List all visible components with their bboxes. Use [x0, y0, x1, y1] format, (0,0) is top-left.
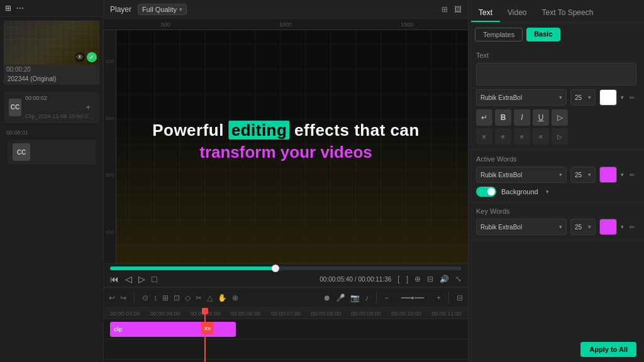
- background-caret[interactable]: ▾: [546, 189, 549, 195]
- background-toggle-switch[interactable]: [476, 187, 496, 197]
- crop-icon[interactable]: ⊟: [427, 275, 433, 283]
- color-picker-keywords[interactable]: [599, 219, 617, 235]
- play-back-button[interactable]: ◁: [125, 274, 132, 284]
- link-icon[interactable]: ⊞: [162, 293, 169, 302]
- tab-text[interactable]: Text: [471, 4, 500, 22]
- timeline-playhead[interactable]: [204, 308, 206, 362]
- format-align-left-icon[interactable]: ↵: [476, 109, 492, 126]
- quality-select[interactable]: Full Quality ▾: [138, 4, 187, 15]
- underline-button[interactable]: U: [533, 109, 549, 126]
- fullscreen-icon[interactable]: ⤡: [455, 275, 462, 283]
- progress-handle[interactable]: [272, 265, 279, 272]
- align-right-btn[interactable]: ≡: [514, 128, 530, 145]
- record-icon[interactable]: ⏺: [323, 293, 331, 302]
- bracket-right-icon[interactable]: ]: [406, 275, 408, 283]
- time-label-6: 00:00:09:00: [352, 310, 382, 317]
- clip-timestamp: 00:00:02: [25, 95, 94, 101]
- text-section: Text Rubik ExtraBol ▾ 25 ▾ ▾ ✏ ↵ B I U: [469, 47, 644, 150]
- edit-text-icon[interactable]: ✏: [628, 93, 636, 102]
- overlay-line2: transform your videos: [140, 143, 431, 162]
- color-icon[interactable]: ◇: [185, 293, 191, 302]
- layout-icon[interactable]: ⊟: [457, 293, 463, 302]
- canvas-side-ruler: 100200300400: [104, 30, 116, 263]
- camera-icon[interactable]: 📷: [350, 293, 360, 302]
- clock-icon[interactable]: ⊙: [142, 293, 148, 302]
- image-icon[interactable]: 🖼: [454, 5, 462, 14]
- more-icon[interactable]: ⋯: [16, 4, 24, 13]
- text-section-label: Text: [476, 52, 636, 59]
- font-select-text[interactable]: Rubik ExtraBol ▾: [476, 89, 567, 106]
- voice-icon[interactable]: 🎤: [336, 293, 345, 302]
- color-caret-text[interactable]: ▾: [621, 94, 624, 101]
- color-caret-keywords[interactable]: ▾: [621, 224, 624, 230]
- tab-video[interactable]: Video: [500, 4, 534, 22]
- trim-icon[interactable]: △: [207, 293, 213, 302]
- track-clip-main[interactable]: clip: [110, 322, 236, 337]
- bracket-left-icon[interactable]: [: [397, 275, 399, 283]
- italic-button[interactable]: I: [514, 109, 530, 126]
- hand-icon[interactable]: ✋: [218, 293, 227, 302]
- timeline-track-1: clip: [104, 319, 468, 339]
- edit-keywords-icon[interactable]: ✏: [628, 222, 636, 231]
- size-select-keywords[interactable]: 25 ▾: [570, 219, 596, 235]
- overlay-line1: Powerful editing effects that can: [140, 121, 431, 140]
- ruler-mark-1000: 1000: [279, 21, 292, 28]
- apply-to-all-button[interactable]: Apply to All: [580, 342, 636, 357]
- music-icon[interactable]: ♪: [365, 293, 369, 302]
- zoom-slider[interactable]: ━━━●━━━: [394, 295, 431, 301]
- zoom-in-btn[interactable]: +: [436, 293, 441, 302]
- zoom-in-icon[interactable]: ⊕: [232, 293, 238, 302]
- skip-back-button[interactable]: ⏮: [110, 274, 119, 284]
- subtab-templates[interactable]: Templates: [475, 28, 523, 41]
- keywords-section: Key Words Rubik ExtraBol ▾ 25 ▾ ▾ ✏: [469, 202, 644, 241]
- align-justify-btn[interactable]: ≡: [533, 128, 549, 145]
- magnet-icon[interactable]: ↕: [153, 293, 157, 302]
- timeline-toolbar: ↩ ↪ ⊙ ↕ ⊞ ⊡ ◇ ✂ △ ✋ ⊕ ⏺ 🎤 📷 ♪ −: [104, 288, 468, 308]
- progress-bar[interactable]: [110, 266, 462, 270]
- add-clip-icon[interactable]: ✂: [196, 293, 202, 302]
- video-text-overlay: Powerful editing effects that can transf…: [140, 121, 431, 162]
- eye-icon[interactable]: 👁: [75, 52, 85, 62]
- font-select-active[interactable]: Rubik ExtraBol ▾: [476, 167, 567, 183]
- split-icon[interactable]: ⊕: [414, 275, 421, 283]
- clip-item-small[interactable]: CC: [8, 140, 96, 165]
- bold-button[interactable]: B: [495, 109, 511, 126]
- time-label-7: 00:00:10:00: [391, 310, 421, 317]
- media-timestamp: 00:00:20: [4, 65, 99, 74]
- right-panel-tabs: Text Video Text To Speech: [469, 0, 644, 23]
- cursor-button[interactable]: ▷: [552, 109, 568, 126]
- app-container: ⊞ ⋯ 👁 ✓ 00:00:20 202344 (Original) CC 00…: [0, 0, 644, 362]
- clip-item[interactable]: CC 00:00:02 + Clip_2024-11-08 10-50-29_0…: [4, 91, 99, 123]
- zoom-out-btn[interactable]: −: [384, 293, 389, 302]
- subtab-basic[interactable]: Basic: [526, 28, 560, 41]
- color-picker-active[interactable]: [599, 167, 617, 183]
- progress-fill: [110, 266, 275, 270]
- play-button[interactable]: ▷: [138, 274, 145, 284]
- edit-active-icon[interactable]: ✏: [628, 170, 636, 179]
- timeline-tracks-area: clip: [104, 319, 468, 362]
- align-left-btn[interactable]: ≡: [476, 128, 492, 145]
- color-caret-active[interactable]: ▾: [621, 172, 624, 178]
- time-label-0: 00:00:03:00: [110, 310, 140, 317]
- align-extra-btn[interactable]: ▷: [552, 128, 568, 145]
- skip-forward-button[interactable]: □: [152, 274, 157, 284]
- player-controls: ⏮ ◁ ▷ □ 00:00:05:40 / 00:00:11:36 [ ] ⊕ …: [104, 263, 468, 287]
- volume-icon[interactable]: 🔊: [440, 275, 449, 283]
- undo-icon[interactable]: ↩: [109, 293, 115, 302]
- right-panel: Text Video Text To Speech Templates Basi…: [468, 0, 644, 362]
- time-label-5: 00:00:08:00: [311, 310, 341, 317]
- tab-tts[interactable]: Text To Speech: [535, 4, 601, 22]
- size-select-text[interactable]: 25 ▾: [570, 89, 596, 106]
- filter-icon[interactable]: ⊞: [5, 4, 11, 13]
- font-select-keywords[interactable]: Rubik ExtraBol ▾: [476, 219, 567, 235]
- timeline-timebar: 00:00:03:00 00:00:04:00 00:00:05:00 00:0…: [104, 308, 468, 319]
- color-picker-text[interactable]: [599, 89, 617, 106]
- redo-icon[interactable]: ↪: [120, 293, 126, 302]
- text-input[interactable]: [476, 63, 636, 85]
- size-select-active[interactable]: 25 ▾: [570, 167, 596, 183]
- align-center-btn[interactable]: ≡: [495, 128, 511, 145]
- grid-icon[interactable]: ⊞: [441, 5, 448, 14]
- background-toggle: Background ▾: [476, 187, 636, 197]
- add-text-icon[interactable]: +: [86, 102, 91, 112]
- split-clips-icon[interactable]: ⊡: [174, 293, 180, 302]
